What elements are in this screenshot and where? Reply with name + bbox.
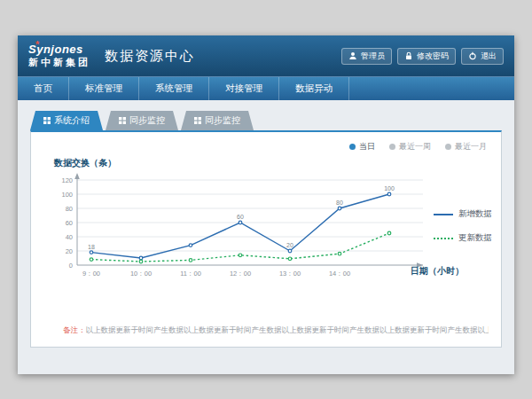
nav-item-label: 对接管理 [225,82,262,95]
legend-label: 更新数据 [458,232,492,244]
grid-icon [43,117,51,124]
grid-icon [119,117,126,124]
dot-icon [445,144,451,150]
page-title: 数据资源中心 [105,48,195,65]
line-chart: 0204060801001209：0010：0011：0012：0013：001… [51,171,450,288]
nav-item-standard-mgmt[interactable]: 标准管理 [69,77,139,100]
dot-icon [349,144,356,150]
svg-text:18: 18 [88,244,95,250]
svg-text:60: 60 [66,219,73,227]
tab-sync-monitor-1[interactable]: 同步监控 [106,111,178,130]
logo-star-icon: * [35,39,40,51]
svg-text:20: 20 [66,247,73,255]
tab-label: 系统介绍 [54,111,90,130]
tab-sync-monitor-2[interactable]: 同步监控 [181,111,254,130]
app-window: Synjones * 新中新集团 数据资源中心 管理员 修改密码 [18,35,514,374]
admin-button[interactable]: 管理员 [341,48,392,65]
legend-item-new-data: 新增数据 [434,208,492,220]
main-nav: 首页 标准管理 系统管理 对接管理 数据异动 [18,76,514,100]
svg-text:100: 100 [384,185,395,192]
footnote-text: 以上数据更新于时间产生数据以上数据更新于时间产生数据以上数据更新于时间产生数据以… [86,325,489,334]
change-password-button[interactable]: 修改密码 [397,48,456,65]
tab-system-intro[interactable]: 系统介绍 [30,111,103,130]
header-actions: 管理员 修改密码 退出 [341,48,504,65]
svg-text:12：00: 12：00 [230,270,251,278]
svg-text:14：00: 14：00 [329,270,350,278]
svg-text:13：00: 13：00 [279,270,301,278]
svg-text:40: 40 [66,233,73,241]
blue-solid-line-icon [434,214,453,215]
svg-text:10：00: 10：00 [130,270,152,278]
nav-item-label: 数据异动 [295,82,332,95]
admin-button-label: 管理员 [361,51,385,62]
filter-last-week[interactable]: 最近一周 [389,141,431,153]
user-icon [348,51,357,60]
svg-text:11：00: 11：00 [180,270,201,278]
filter-label: 当日 [359,141,375,153]
green-dashed-line-icon [434,238,453,239]
logo-subtitle: 新中新集团 [28,57,90,68]
change-password-button-label: 修改密码 [417,51,449,62]
dot-icon [389,144,395,150]
nav-item-label: 首页 [34,82,52,95]
power-icon [468,51,477,60]
grid-icon [194,117,201,124]
svg-text:9：00: 9：00 [82,270,100,278]
filter-today[interactable]: 当日 [349,141,375,153]
svg-text:80: 80 [336,200,343,206]
content-area: 系统介绍 同步监控 同步监控 当日 [18,100,514,374]
filter-label: 最近一月 [455,141,487,153]
footnote: 备注：以上数据更新于时间产生数据以上数据更新于时间产生数据以上数据更新于时间产生… [63,325,489,336]
tab-bar: 系统介绍 同步监控 同步监控 [30,111,502,130]
svg-text:100: 100 [61,191,73,199]
logo-wordmark: Synjones * [28,43,90,57]
tab-label: 同步监控 [205,111,240,130]
app-header: Synjones * 新中新集团 数据资源中心 管理员 修改密码 [18,35,514,76]
svg-text:20: 20 [286,242,293,248]
brand-logo: Synjones * 新中新集团 [28,43,90,68]
logout-button[interactable]: 退出 [461,48,504,65]
range-filter: 当日 最近一周 最近一月 [349,141,487,153]
chart-legend: 新增数据 更新数据 [434,208,492,244]
tab-label: 同步监控 [129,111,165,130]
lock-icon [404,51,413,60]
filter-last-month[interactable]: 最近一月 [445,141,487,153]
chart-panel: 当日 最近一周 最近一月 数据交换（条） 0204060801001209：00… [30,130,502,348]
chart-x-axis-title: 日期（小时） [411,265,464,278]
legend-label: 新增数据 [458,208,492,220]
footnote-prefix: 备注： [63,325,86,334]
nav-item-label: 系统管理 [155,82,192,95]
svg-text:60: 60 [237,214,244,220]
nav-item-system-mgmt[interactable]: 系统管理 [139,77,209,100]
svg-text:80: 80 [66,205,73,213]
svg-text:120: 120 [61,176,73,184]
nav-item-connect-mgmt[interactable]: 对接管理 [209,77,279,100]
svg-text:0: 0 [69,262,73,270]
legend-item-update-data: 更新数据 [434,232,492,244]
nav-item-home[interactable]: 首页 [18,77,69,100]
chart-y-axis-title: 数据交换（条） [54,157,116,169]
logout-button-label: 退出 [481,51,497,62]
filter-label: 最近一周 [399,141,431,153]
nav-item-data-change[interactable]: 数据异动 [279,77,349,100]
nav-item-label: 标准管理 [85,82,122,95]
